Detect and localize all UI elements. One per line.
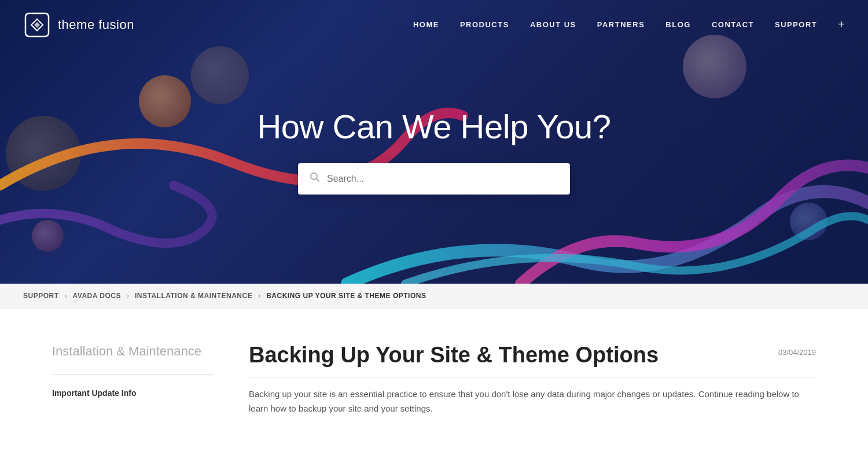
breadcrumb-sep-1: › — [65, 292, 67, 300]
sidebar-title: Installation & Maintenance — [52, 343, 214, 360]
nav-about[interactable]: ABOUT US — [530, 20, 576, 29]
breadcrumb-support[interactable]: SUPPORT — [23, 292, 59, 300]
svg-line-2 — [317, 179, 319, 182]
main-nav: HOME PRODUCTS ABOUT US PARTNERS BLOG CON… — [413, 18, 845, 31]
deco-circle-3 — [6, 116, 81, 191]
nav-blog[interactable]: BLOG — [665, 20, 691, 29]
search-icon — [310, 172, 320, 185]
breadcrumb-current: BACKING UP YOUR SITE & THEME OPTIONS — [266, 292, 426, 300]
content-area: Installation & Maintenance Important Upd… — [29, 309, 839, 439]
article-header: Backing Up Your Site & Theme Options 03/… — [249, 343, 816, 377]
nav-support[interactable]: SUPPORT — [775, 20, 817, 29]
nav-contact[interactable]: CONTACT — [712, 20, 754, 29]
breadcrumb: SUPPORT › AVADA DOCS › INSTALLATION & MA… — [0, 284, 868, 309]
breadcrumb-sep-3: › — [258, 292, 260, 300]
deco-circle-4 — [191, 46, 249, 104]
article-date: 03/04/2019 — [778, 348, 816, 357]
site-header: theme fusion HOME PRODUCTS ABOUT US PART… — [0, 0, 868, 49]
logo-text: theme fusion — [58, 17, 134, 32]
search-input[interactable] — [327, 174, 558, 184]
nav-partners[interactable]: PARTNERS — [597, 20, 645, 29]
sidebar: Installation & Maintenance Important Upd… — [52, 343, 214, 416]
sidebar-divider — [52, 374, 214, 375]
deco-circle-2 — [32, 220, 64, 252]
deco-circle-1 — [139, 75, 191, 127]
search-container — [298, 163, 570, 195]
nav-products[interactable]: PRODUCTS — [460, 20, 509, 29]
article-body: Backing up your site is an essential pra… — [249, 387, 816, 416]
nav-home[interactable]: HOME — [413, 20, 439, 29]
breadcrumb-sep-2: › — [127, 292, 129, 300]
breadcrumb-install[interactable]: INSTALLATION & MAINTENANCE — [135, 292, 252, 300]
article-title: Backing Up Your Site & Theme Options — [249, 343, 659, 368]
deco-circle-6 — [790, 203, 827, 240]
sidebar-link-update[interactable]: Important Update Info — [52, 386, 214, 400]
logo[interactable]: theme fusion — [23, 11, 134, 39]
hero-title: How Can We Help You? — [257, 107, 610, 146]
breadcrumb-avada[interactable]: AVADA DOCS — [73, 292, 121, 300]
nav-more[interactable]: + — [838, 18, 845, 31]
main-article: Backing Up Your Site & Theme Options 03/… — [249, 343, 816, 416]
